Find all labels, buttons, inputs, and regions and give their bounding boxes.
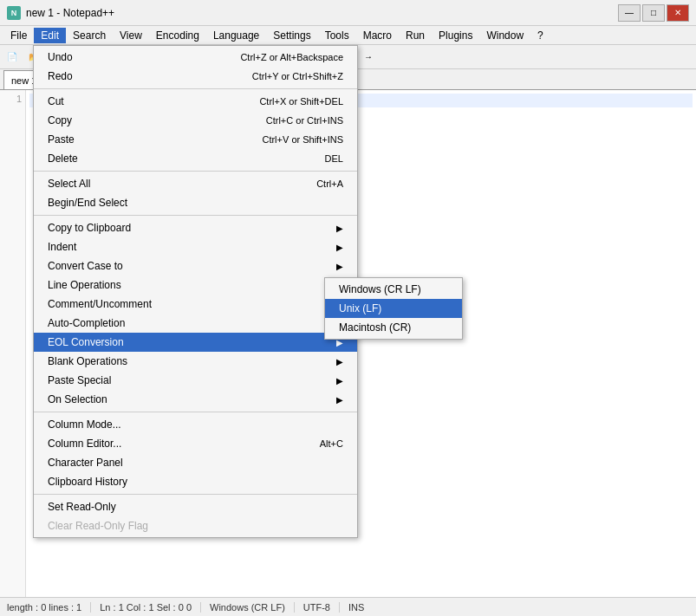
- menu-begin-end-select[interactable]: Begin/End Select: [34, 193, 357, 212]
- menu-undo[interactable]: Undo Ctrl+Z or Alt+Backspace: [34, 48, 357, 67]
- menu-column-mode-label: Column Mode...: [48, 418, 121, 431]
- menu-on-selection[interactable]: On Selection ▶: [34, 390, 357, 409]
- menu-tools[interactable]: Tools: [318, 28, 356, 43]
- submenu-unix-lf-label: Unix (LF): [339, 302, 381, 314]
- menu-convert-case[interactable]: Convert Case to ▶: [34, 256, 357, 276]
- menu-plugins[interactable]: Plugins: [432, 28, 479, 43]
- menu-column-editor-label: Column Editor...: [48, 438, 121, 450]
- menu-line-ops-label: Line Operations: [48, 279, 121, 291]
- submenu-arrow-selection: ▶: [336, 395, 343, 405]
- status-eol: Windows (CR LF): [210, 602, 295, 613]
- menu-indent[interactable]: Indent ▶: [34, 237, 357, 256]
- menu-clear-readonly: Clear Read-Only Flag: [34, 516, 357, 535]
- menu-blank-ops-label: Blank Operations: [48, 355, 127, 367]
- status-bar: length : 0 lines : 1 Ln : 1 Col : 1 Sel …: [0, 597, 696, 616]
- menu-comment-label: Comment/Uncomment: [48, 298, 152, 310]
- submenu-windows-crlf-label: Windows (CR LF): [339, 283, 421, 295]
- menu-copy-clipboard-label: Copy to Clipboard: [48, 222, 131, 234]
- eol-submenu: Windows (CR LF) Unix (LF) Macintosh (CR): [324, 277, 463, 340]
- menu-set-readonly-label: Set Read-Only: [48, 501, 116, 513]
- menu-eol-label: EOL Conversion: [48, 336, 124, 348]
- menu-language[interactable]: Language: [206, 28, 266, 43]
- window-title: new 1 - Notepad++: [26, 7, 114, 19]
- menu-redo[interactable]: Redo Ctrl+Y or Ctrl+Shift+Z: [34, 67, 357, 86]
- submenu-arrow-blank: ▶: [336, 357, 343, 366]
- menu-eol-conversion[interactable]: EOL Conversion ▶: [34, 333, 357, 352]
- menu-file[interactable]: File: [3, 28, 34, 43]
- menu-column-mode[interactable]: Column Mode...: [34, 415, 357, 434]
- menu-blank-ops[interactable]: Blank Operations ▶: [34, 352, 357, 371]
- menu-on-selection-label: On Selection: [48, 393, 107, 405]
- submenu-mac-cr[interactable]: Macintosh (CR): [325, 318, 462, 337]
- menu-copy-label: Copy: [48, 114, 72, 126]
- menu-sep-5: [34, 494, 357, 495]
- menu-sep-4: [34, 412, 357, 412]
- menu-sep-3: [34, 215, 357, 216]
- menu-convert-case-label: Convert Case to: [48, 260, 123, 272]
- window-controls: — □ ✕: [618, 4, 689, 22]
- menu-line-ops[interactable]: Line Operations ▶: [34, 276, 357, 295]
- menu-column-editor[interactable]: Column Editor... Alt+C: [34, 434, 357, 453]
- menu-autocomplete[interactable]: Auto-Completion ▶: [34, 314, 357, 333]
- menu-delete-shortcut: DEL: [308, 153, 343, 164]
- menu-search[interactable]: Search: [66, 28, 113, 43]
- submenu-unix-lf[interactable]: Unix (LF): [325, 299, 462, 318]
- menu-window[interactable]: Window: [479, 28, 530, 43]
- menu-copy-clipboard[interactable]: Copy to Clipboard ▶: [34, 218, 357, 237]
- menu-view[interactable]: View: [113, 28, 149, 43]
- status-ins: INS: [348, 602, 364, 613]
- menu-help[interactable]: ?: [530, 28, 550, 43]
- menu-autocomplete-label: Auto-Completion: [48, 317, 125, 329]
- close-button[interactable]: ✕: [667, 4, 689, 22]
- menu-macro[interactable]: Macro: [356, 28, 399, 43]
- menu-cut-label: Cut: [48, 95, 64, 107]
- status-encoding: UTF-8: [303, 602, 340, 613]
- menu-indent-label: Indent: [48, 241, 76, 253]
- menu-column-editor-shortcut: Alt+C: [302, 438, 343, 449]
- menu-delete-label: Delete: [48, 152, 78, 165]
- title-bar: N new 1 - Notepad++ — □ ✕: [0, 0, 696, 26]
- submenu-arrow-paste: ▶: [336, 376, 343, 386]
- menu-select-all-label: Select All: [48, 178, 90, 190]
- line-numbers: 1: [0, 90, 26, 597]
- menu-select-all[interactable]: Select All Ctrl+A: [34, 174, 357, 193]
- menu-clear-readonly-label: Clear Read-Only Flag: [48, 520, 148, 532]
- toolbar-indent[interactable]: →: [358, 47, 379, 68]
- menu-undo-label: Undo: [48, 51, 73, 63]
- minimize-button[interactable]: —: [618, 4, 641, 22]
- maximize-button[interactable]: □: [642, 4, 665, 22]
- menu-paste-shortcut: Ctrl+V or Shift+INS: [244, 134, 343, 145]
- menu-edit[interactable]: Edit: [34, 28, 66, 43]
- menu-set-readonly[interactable]: Set Read-Only: [34, 497, 357, 516]
- submenu-arrow-clipboard: ▶: [336, 224, 343, 233]
- menu-clipboard-history[interactable]: Clipboard History: [34, 472, 357, 491]
- menu-settings[interactable]: Settings: [266, 28, 317, 43]
- menu-paste[interactable]: Paste Ctrl+V or Shift+INS: [34, 130, 357, 149]
- menu-run[interactable]: Run: [399, 28, 432, 43]
- submenu-mac-cr-label: Macintosh (CR): [339, 321, 411, 334]
- menu-char-panel[interactable]: Character Panel: [34, 453, 357, 472]
- menu-comment[interactable]: Comment/Uncomment ▶: [34, 295, 357, 314]
- menu-encoding[interactable]: Encoding: [149, 28, 206, 43]
- toolbar-new[interactable]: 📄: [2, 47, 23, 68]
- submenu-windows-crlf[interactable]: Windows (CR LF): [325, 280, 462, 299]
- submenu-arrow-indent: ▶: [336, 243, 343, 252]
- menu-clipboard-history-label: Clipboard History: [48, 476, 127, 488]
- menu-cut-shortcut: Ctrl+X or Shift+DEL: [242, 96, 343, 107]
- status-position: Ln : 1 Col : 1 Sel : 0 0: [100, 602, 201, 613]
- menu-begin-end-select-label: Begin/End Select: [48, 197, 127, 209]
- menu-paste-label: Paste: [48, 133, 75, 146]
- menu-bar: File Edit Search View Encoding Language …: [0, 26, 696, 45]
- menu-redo-shortcut: Ctrl+Y or Ctrl+Shift+Z: [235, 71, 343, 81]
- menu-sep-1: [34, 88, 357, 89]
- menu-cut[interactable]: Cut Ctrl+X or Shift+DEL: [34, 92, 357, 111]
- status-length: length : 0 lines : 1: [7, 602, 91, 613]
- menu-sep-2: [34, 171, 357, 172]
- menu-select-all-shortcut: Ctrl+A: [299, 178, 343, 189]
- menu-delete[interactable]: Delete DEL: [34, 149, 357, 168]
- submenu-arrow-case: ▶: [336, 262, 343, 271]
- edit-menu: Undo Ctrl+Z or Alt+Backspace Redo Ctrl+Y…: [33, 45, 358, 538]
- menu-undo-shortcut: Ctrl+Z or Alt+Backspace: [223, 52, 343, 62]
- menu-paste-special[interactable]: Paste Special ▶: [34, 371, 357, 390]
- menu-copy[interactable]: Copy Ctrl+C or Ctrl+INS: [34, 111, 357, 130]
